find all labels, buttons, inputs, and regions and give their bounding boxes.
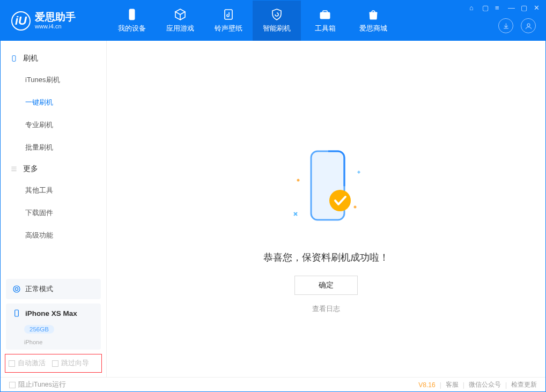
cube-icon [174, 8, 187, 21]
version-label: V8.16 [418, 381, 435, 389]
sidebar-item-pro-flash[interactable]: 专业刷机 [1, 114, 106, 136]
sidebar-section-more: 更多 [1, 159, 106, 179]
bag-icon [367, 8, 380, 21]
device-card[interactable]: iPhone XS Max 256GB iPhone [6, 304, 101, 350]
block-itunes-checkbox[interactable]: 阻止iTunes运行 [9, 380, 66, 389]
svg-rect-0 [129, 9, 135, 20]
checkbox-icon [52, 360, 58, 367]
tab-my-device[interactable]: 我的设备 [108, 1, 156, 41]
device-icon [126, 8, 138, 21]
skip-guide-checkbox[interactable]: 跳过向导 [52, 359, 89, 368]
main-panel: 恭喜您，保资料刷机成功啦！ 确定 查看日志 [107, 41, 545, 377]
app-subtitle: www.i4.cn [35, 23, 76, 29]
success-illustration [289, 148, 364, 236]
shirt-icon[interactable]: ⌂ [469, 4, 477, 11]
device-type: iPhone [24, 339, 42, 345]
tab-smart-flash[interactable]: 智能刷机 [253, 1, 301, 41]
tab-apps-games[interactable]: 应用游戏 [156, 1, 204, 41]
tab-ringtone-wallpaper[interactable]: 铃声壁纸 [204, 1, 253, 41]
minimize-button[interactable]: — [508, 4, 515, 11]
svg-point-12 [329, 190, 351, 211]
view-log-link[interactable]: 查看日志 [312, 305, 340, 314]
ok-button[interactable]: 确定 [294, 276, 358, 295]
capacity-badge: 256GB [24, 325, 54, 334]
wechat-link[interactable]: 微信公众号 [469, 380, 501, 389]
logo: iU 爱思助手 www.i4.cn [1, 11, 108, 31]
sidebar-item-download-fw[interactable]: 下载固件 [1, 202, 106, 224]
options-highlight-box: 自动激活 跳过向导 [5, 354, 102, 373]
mode-card[interactable]: 正常模式 [6, 279, 101, 299]
sidebar: 刷机 iTunes刷机 一键刷机 专业刷机 批量刷机 更多 其他工具 下载固件 … [1, 41, 107, 377]
download-icon [502, 22, 510, 30]
close-button[interactable]: ✕ [534, 4, 541, 11]
checkbox-icon [9, 382, 16, 388]
phone-small-icon [12, 309, 21, 317]
mode-label: 正常模式 [25, 284, 53, 294]
svg-point-9 [354, 206, 357, 209]
tab-toolbox[interactable]: 工具箱 [301, 1, 349, 41]
sidebar-section-flash: 刷机 [1, 48, 106, 69]
music-file-icon [222, 8, 235, 21]
svg-rect-5 [12, 56, 16, 62]
download-button[interactable] [498, 18, 513, 33]
phone-icon [10, 55, 18, 62]
list-icon [10, 165, 18, 173]
svg-rect-1 [225, 10, 232, 19]
device-name: iPhone XS Max [25, 309, 77, 317]
app-title: 爱思助手 [35, 12, 76, 23]
account-button[interactable] [521, 18, 536, 33]
checkbox-icon [9, 360, 15, 367]
logo-icon: iU [11, 11, 31, 31]
toolbox-icon [319, 8, 331, 21]
svg-rect-3 [323, 11, 327, 13]
tab-store[interactable]: 爱思商城 [349, 1, 397, 41]
sidebar-item-batch-flash[interactable]: 批量刷机 [1, 136, 106, 159]
svg-point-8 [297, 179, 300, 182]
success-message: 恭喜您，保资料刷机成功啦！ [263, 251, 389, 264]
sidebar-item-oneclick-flash[interactable]: 一键刷机 [1, 91, 106, 114]
auto-activate-checkbox[interactable]: 自动激活 [9, 359, 46, 368]
maximize-button[interactable]: ▢ [521, 4, 528, 11]
sidebar-item-itunes-flash[interactable]: iTunes刷机 [1, 69, 106, 91]
statusbar: 阻止iTunes运行 V8.16 | 客服 | 微信公众号 | 检查更新 [1, 377, 545, 392]
svg-rect-7 [15, 310, 19, 316]
app-header: iU 爱思助手 www.i4.cn 我的设备 应用游戏 铃声壁纸 智能刷机 工具… [1, 1, 545, 41]
sidebar-item-other-tools[interactable]: 其他工具 [1, 179, 106, 202]
sidebar-item-advanced[interactable]: 高级功能 [1, 224, 106, 247]
shield-sync-icon [270, 8, 283, 21]
support-link[interactable]: 客服 [446, 380, 459, 389]
menu-icon[interactable]: ≡ [495, 4, 503, 11]
check-update-link[interactable]: 检查更新 [511, 380, 537, 389]
user-icon [525, 22, 533, 30]
svg-point-6 [13, 286, 20, 292]
box-icon[interactable]: ▢ [482, 4, 490, 11]
svg-point-4 [527, 24, 530, 26]
sync-icon [12, 285, 21, 293]
window-controls: ⌂ ▢ ≡ — ▢ ✕ [469, 4, 541, 11]
